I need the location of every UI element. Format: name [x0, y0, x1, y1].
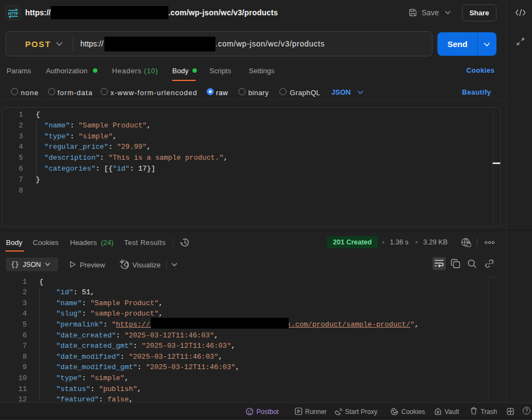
svg-text:HTTP: HTTP — [8, 11, 18, 16]
